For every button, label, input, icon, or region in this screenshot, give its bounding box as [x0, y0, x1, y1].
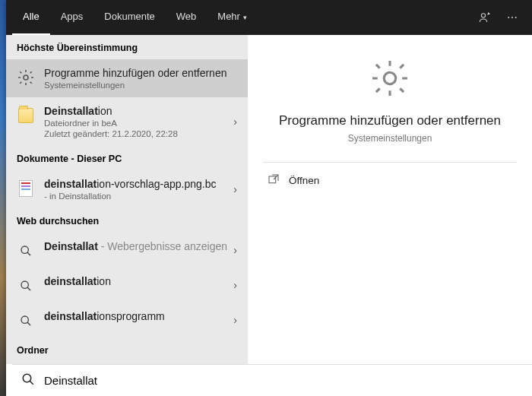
svg-point-1 — [24, 75, 28, 80]
tab-documents[interactable]: Dokumente — [93, 0, 165, 35]
svg-rect-9 — [269, 176, 276, 183]
svg-point-8 — [384, 72, 395, 84]
more-options-icon[interactable]: ⋯ — [505, 10, 520, 25]
result-web-1[interactable]: Deinstallat - Webergebnisse anzeigen › — [6, 233, 248, 268]
content-body: Höchste Übereinstimmung Programme hinzuf… — [6, 35, 532, 364]
header-bar: Alle Apps Dokumente Web Mehr ▾ ⋯ — [6, 0, 532, 35]
result-folder-deinstallation[interactable]: Deinstallation Dateiordner in beA Zuletz… — [6, 97, 248, 146]
tab-web[interactable]: Web — [166, 0, 207, 35]
filter-tabs: Alle Apps Dokumente Web Mehr ▾ — [12, 0, 258, 35]
result-title: deinstallation — [44, 275, 237, 287]
result-add-remove-programs[interactable]: Programme hinzufügen oder entfernen Syst… — [6, 59, 248, 97]
result-subtitle: Systemeinstellungen — [44, 81, 237, 90]
chevron-right-icon[interactable]: › — [233, 314, 237, 326]
tab-all[interactable]: Alle — [12, 0, 50, 35]
chevron-right-icon[interactable]: › — [233, 244, 237, 256]
result-title: Deinstallation — [44, 105, 237, 117]
result-subtitle: Dateiordner in beA — [44, 119, 237, 128]
section-best-match: Höchste Übereinstimmung — [6, 35, 248, 59]
gear-icon — [368, 56, 412, 103]
action-open[interactable]: Öffnen — [263, 163, 517, 198]
search-bar — [12, 364, 532, 396]
search-input[interactable] — [44, 374, 523, 387]
chevron-right-icon[interactable]: › — [233, 279, 237, 291]
result-subtitle: - in Deinstallation — [44, 192, 237, 201]
results-panel: Höchste Übereinstimmung Programme hinzuf… — [6, 35, 248, 364]
result-web-3[interactable]: deinstallationsprogramm › — [6, 303, 248, 337]
desktop-background-stripe — [0, 0, 6, 396]
chevron-right-icon[interactable]: › — [233, 183, 237, 195]
search-icon — [21, 372, 35, 389]
svg-line-5 — [27, 287, 30, 290]
result-title: deinstallationsprogramm — [44, 310, 237, 322]
tab-more[interactable]: Mehr ▾ — [207, 0, 257, 35]
folder-icon — [17, 106, 35, 125]
svg-line-11 — [30, 381, 33, 385]
result-modified: Zuletzt geändert: 21.2.2020, 22:28 — [44, 129, 237, 138]
svg-point-10 — [23, 374, 31, 382]
result-title: deinstallation-vorschlag-app.png.bc — [44, 178, 237, 190]
chevron-right-icon[interactable]: › — [233, 116, 237, 128]
search-icon — [17, 312, 35, 330]
svg-point-4 — [21, 281, 28, 288]
preview-subtitle: Systemeinstellungen — [348, 133, 432, 144]
result-document-file[interactable]: deinstallation-vorschlag-app.png.bc - in… — [6, 170, 248, 208]
result-title: Deinstallat - Webergebnisse anzeigen — [44, 240, 237, 252]
svg-point-6 — [21, 316, 28, 323]
result-title: Programme hinzufügen oder entfernen — [44, 67, 237, 79]
section-web-search: Web durchsuchen — [6, 208, 248, 233]
svg-point-2 — [21, 246, 28, 253]
preview-panel: Programme hinzufügen oder entfernen Syst… — [248, 35, 532, 364]
search-icon — [17, 242, 35, 260]
svg-line-7 — [27, 322, 30, 325]
open-icon — [268, 173, 280, 188]
file-icon — [17, 179, 35, 198]
svg-point-0 — [481, 14, 485, 17]
section-folders: Ordner — [6, 337, 248, 362]
tab-apps[interactable]: Apps — [50, 0, 94, 35]
preview-title: Programme hinzufügen oder entfernen — [279, 113, 501, 128]
header-actions: ⋯ — [477, 10, 526, 25]
action-label: Öffnen — [289, 175, 319, 186]
search-icon — [17, 277, 35, 295]
search-window: Alle Apps Dokumente Web Mehr ▾ ⋯ Höchste… — [6, 0, 532, 396]
result-web-2[interactable]: deinstallation › — [6, 268, 248, 303]
svg-line-3 — [27, 252, 30, 255]
gear-icon — [17, 68, 35, 87]
feedback-icon[interactable] — [477, 10, 492, 25]
section-documents: Dokumente - Dieser PC — [6, 146, 248, 170]
